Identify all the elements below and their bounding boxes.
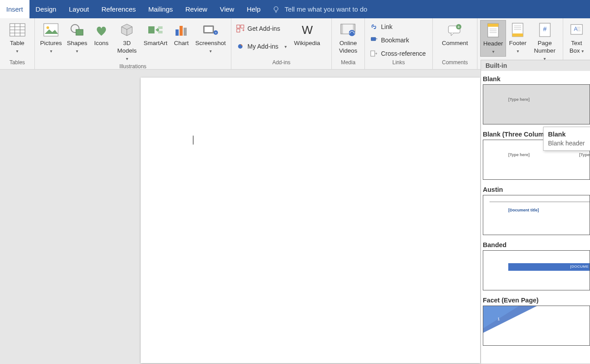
footer-icon [509,21,527,39]
group-comments: + Comment Comments [433,18,477,69]
comment-label: Comment [442,40,468,47]
comment-button[interactable]: + Comment [439,20,471,48]
tab-references[interactable]: References [95,0,142,18]
lightbulb-icon [272,5,280,13]
tell-me-label: Tell me what you want to do [285,5,367,13]
footer-button[interactable]: Footer▾ [506,20,529,56]
document-page[interactable] [141,78,480,363]
group-label-illustrations: Illustrations [35,63,231,70]
group-label-comments: Comments [433,59,477,69]
chevron-down-icon: ▾ [76,49,78,54]
comment-icon: + [446,21,464,39]
link-icon [369,22,378,31]
tab-insert[interactable]: Insert [0,0,29,18]
svg-rect-7 [44,24,58,36]
3d-models-button[interactable]: 3D Models ▾ [113,20,141,63]
icons-label: Icons [94,40,109,47]
bookmark-button[interactable]: Bookmark [368,34,427,46]
chevron-down-icon: ▾ [209,49,212,54]
chevron-down-icon: ▾ [492,49,494,54]
tooltip: Blank Blank header [543,127,590,151]
gallery-item-label-facet: Facet (Even Page) [483,295,590,306]
chart-icon [172,21,190,39]
svg-text:+: + [215,31,217,35]
placeholder-text: [Type [579,153,590,157]
screenshot-button[interactable]: + Screenshot▾ [193,20,228,56]
my-addins-button[interactable]: My Add-ins ▾ [234,41,289,52]
tell-me-search[interactable]: Tell me what you want to do [267,0,372,18]
text-box-label: Text Box [569,40,582,54]
group-tables: Table▾ Tables [0,18,35,69]
placeholder-text: [Type here] [508,153,530,157]
gallery-item-facet-even[interactable]: 1 [483,306,590,346]
smartart-icon [146,21,164,39]
bookmark-icon [369,36,378,45]
gallery-item-blank[interactable]: [Type here] [483,84,590,124]
icons-button[interactable]: Icons [90,20,113,48]
pictures-button[interactable]: Pictures▾ [38,20,64,56]
gallery-item-austin[interactable]: [Document title] [483,195,590,235]
tooltip-title: Blank [548,131,590,138]
wikipedia-label: Wikipedia [294,40,320,47]
screenshot-icon: + [201,21,219,39]
svg-point-8 [46,26,49,29]
svg-rect-21 [237,25,240,28]
smartart-button[interactable]: SmartArt [141,20,170,48]
svg-text:+: + [458,25,460,29]
footer-label: Footer [509,40,527,46]
chevron-down-icon: ▾ [582,49,584,54]
tab-design[interactable]: Design [29,0,63,18]
chart-label: Chart [174,40,189,47]
icons-icon [92,21,110,39]
shapes-button[interactable]: Shapes▾ [64,20,90,56]
svg-rect-16 [184,28,187,36]
chevron-down-icon: ▾ [285,44,287,49]
table-icon [8,21,26,39]
shapes-icon [68,21,86,39]
tab-layout[interactable]: Layout [63,0,95,18]
group-links: Link Bookmark Cross-reference Links [365,18,433,69]
header-button[interactable]: Header▾ [480,20,506,57]
cube-icon [118,21,136,39]
chevron-down-icon: ▾ [126,56,128,61]
tab-view[interactable]: View [213,0,240,18]
my-addins-label: My Add-ins [247,43,278,50]
svg-point-0 [274,7,278,11]
tab-help[interactable]: Help [240,0,267,18]
chevron-down-icon: ▾ [16,49,18,54]
page-number-button[interactable]: # Page Number ▾ [529,20,560,63]
placeholder-text: [Type here] [508,97,530,102]
chevron-down-icon: ▾ [517,49,519,54]
get-addins-button[interactable]: + Get Add-ins [234,23,289,34]
group-addins: + Get Add-ins My Add-ins ▾ W Wikipedia A… [231,18,332,69]
online-videos-button[interactable]: Online Videos [336,20,360,56]
cross-reference-button[interactable]: Cross-reference [368,48,427,59]
svg-text:#: # [543,25,547,33]
svg-rect-14 [176,29,179,36]
svg-rect-42 [512,33,523,37]
smartart-label: SmartArt [144,40,167,47]
link-button[interactable]: Link [368,21,427,33]
chevron-down-icon: ▾ [50,49,52,54]
table-button[interactable]: Table▾ [6,20,29,56]
svg-rect-12 [158,26,163,29]
group-media: Online Videos Media [332,18,365,69]
gallery-item-banded[interactable]: [DOCUME [483,250,590,290]
wikipedia-button[interactable]: W Wikipedia [291,20,323,48]
group-illustrations: Pictures▾ Shapes▾ Icons 3D Models ▾ Smar… [35,18,231,69]
page-number-label: Page Number [534,40,556,54]
tab-review[interactable]: Review [179,0,213,18]
svg-text:+: + [242,27,244,33]
get-addins-label: Get Add-ins [247,25,280,32]
tab-mailings[interactable]: Mailings [142,0,179,18]
svg-rect-11 [148,26,155,33]
ribbon-tab-bar: Insert Design Layout References Mailings… [0,0,590,18]
svg-rect-32 [371,51,375,56]
chart-button[interactable]: Chart [170,20,192,48]
svg-rect-15 [180,26,183,36]
table-label: Table [10,40,24,46]
group-label-addins: Add-ins [231,59,331,69]
addins-icon [236,42,245,51]
text-box-button[interactable]: A Text Box ▾ [565,20,588,56]
wikipedia-icon: W [298,21,316,39]
